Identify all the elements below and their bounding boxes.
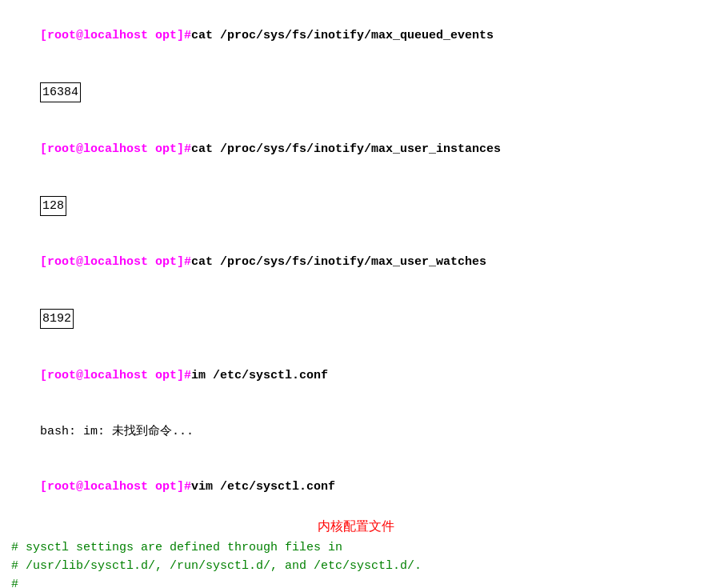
output-boxed-1: 16384 [40, 82, 81, 102]
comment-line-2: # /usr/lib/sysctl.d/, /run/sysctl.d/, an… [11, 557, 701, 575]
cmd-line-2: [root@localhost opt]#cat /proc/sys/fs/in… [11, 122, 701, 178]
prompt-5: [root@localhost opt]# [40, 480, 191, 494]
cmd-3: cat /proc/sys/fs/inotify/max_user_watche… [191, 255, 486, 269]
comment-line-3: # [11, 575, 701, 588]
prompt-1: [root@localhost opt]# [40, 29, 191, 42]
cmd-5: vim /etc/sysctl.conf [191, 480, 335, 494]
comment-line-1: # sysctl settings are defined through fi… [11, 538, 701, 557]
cmd-line-3: [root@localhost opt]#cat /proc/sys/fs/in… [11, 234, 701, 290]
annotation-center: 内核配置文件 [11, 518, 701, 535]
output-line-3: 8192 [11, 290, 701, 348]
cmd-line-4: [root@localhost opt]#im /etc/sysctl.conf [11, 348, 701, 404]
cmd-1: cat /proc/sys/fs/inotify/max_queued_even… [191, 29, 494, 42]
output-boxed-3: 8192 [40, 309, 74, 329]
output-line-4: bash: im: 未找到命令... [11, 403, 701, 459]
cmd-2: cat /proc/sys/fs/inotify/max_user_instan… [191, 142, 501, 156]
output-line-1: 16384 [11, 64, 701, 122]
cmd-line-1: [root@localhost opt]#cat /proc/sys/fs/in… [11, 8, 701, 64]
terminal-container: [root@localhost opt]#cat /proc/sys/fs/in… [11, 8, 701, 588]
cmd-4: im /etc/sysctl.conf [191, 369, 328, 382]
prompt-2: [root@localhost opt]# [40, 142, 191, 156]
output-boxed-2: 128 [40, 196, 66, 216]
prompt-4: [root@localhost opt]# [40, 369, 191, 382]
cmd-line-5: [root@localhost opt]#vim /etc/sysctl.con… [11, 459, 701, 515]
output-line-2: 128 [11, 177, 701, 234]
bash-error: bash: im: 未找到命令... [40, 425, 194, 438]
prompt-3: [root@localhost opt]# [40, 255, 191, 269]
